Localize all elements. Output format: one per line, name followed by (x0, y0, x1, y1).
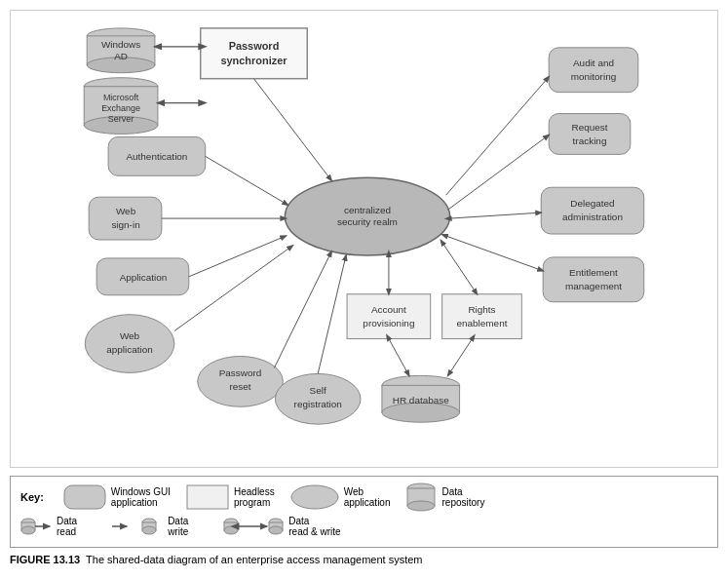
svg-rect-33 (347, 294, 431, 339)
svg-text:reset: reset (229, 381, 250, 392)
svg-text:Application: Application (120, 272, 168, 283)
svg-rect-36 (442, 294, 522, 339)
svg-rect-46 (549, 114, 631, 155)
svg-line-65 (443, 244, 478, 294)
svg-text:Exchange: Exchange (101, 103, 140, 113)
key-label: Key: (20, 491, 44, 503)
svg-text:sign-in: sign-in (111, 219, 139, 230)
svg-rect-22 (96, 258, 189, 295)
svg-text:Web: Web (120, 330, 140, 341)
svg-point-13 (84, 117, 158, 135)
svg-rect-72 (64, 485, 105, 509)
svg-text:Web: Web (116, 206, 136, 216)
svg-line-68 (446, 77, 550, 195)
svg-point-0 (285, 177, 449, 255)
key-item-data-write: Datawrite (112, 516, 188, 537)
key-item-windows-gui: Windows GUIapplication (63, 484, 171, 510)
svg-rect-49 (541, 187, 644, 234)
svg-point-11 (84, 78, 158, 96)
svg-line-71 (446, 236, 544, 271)
key-data-write-label: Datawrite (168, 516, 188, 537)
svg-rect-12 (84, 87, 158, 126)
svg-text:security realm: security realm (337, 216, 398, 227)
svg-rect-73 (187, 485, 228, 509)
svg-text:monitoring: monitoring (571, 71, 616, 82)
key-web-app-label: Webapplication (344, 486, 391, 508)
figure-number: FIGURE 13.13 (10, 554, 80, 565)
svg-line-57 (253, 79, 331, 181)
key-data-readwrite-label: Dataread & write (288, 516, 340, 537)
svg-text:AD: AD (114, 51, 128, 61)
svg-text:Rights: Rights (468, 304, 495, 315)
svg-text:administration: administration (562, 212, 623, 222)
svg-point-85 (142, 526, 156, 534)
diagram: centralized security realm Password sync… (10, 10, 718, 468)
svg-text:Account: Account (371, 304, 406, 315)
svg-text:centralized: centralized (344, 205, 391, 215)
svg-line-63 (318, 255, 346, 373)
svg-text:HR database: HR database (393, 395, 449, 405)
svg-rect-52 (543, 257, 644, 302)
svg-point-92 (269, 526, 283, 534)
svg-line-69 (448, 135, 550, 210)
svg-text:Self: Self (310, 385, 326, 396)
svg-point-41 (382, 403, 460, 422)
svg-text:tracking: tracking (573, 135, 607, 146)
svg-point-74 (291, 485, 338, 509)
svg-line-70 (450, 212, 542, 218)
svg-rect-3 (201, 28, 308, 79)
svg-text:management: management (565, 281, 622, 291)
svg-point-39 (382, 375, 460, 395)
svg-text:Password: Password (219, 367, 262, 378)
svg-line-58 (206, 156, 288, 205)
svg-line-66 (389, 339, 409, 376)
svg-line-67 (448, 339, 473, 376)
svg-point-6 (87, 28, 155, 44)
svg-text:Password: Password (229, 40, 280, 52)
key-windows-gui-label: Windows GUIapplication (111, 486, 171, 508)
key-item-data-read: Dataread (20, 516, 77, 537)
key-item-data-repo: Datarepository (405, 482, 484, 512)
svg-rect-40 (382, 385, 460, 412)
svg-point-77 (407, 501, 435, 511)
key-headless-label: Headlessprogram (234, 486, 275, 508)
svg-text:registration: registration (294, 399, 342, 409)
svg-text:Microsoft: Microsoft (103, 93, 139, 102)
svg-point-27 (198, 356, 284, 406)
svg-text:Entitlement: Entitlement (569, 267, 618, 278)
key-data-repo-label: Datarepository (441, 486, 484, 508)
svg-text:Request: Request (572, 122, 608, 133)
svg-text:enablement: enablement (457, 318, 508, 328)
svg-line-62 (274, 251, 331, 367)
svg-point-88 (224, 526, 238, 534)
key-item-headless: Headlessprogram (186, 484, 275, 510)
key-box: Key: Windows GUIapplication Headlessprog… (10, 476, 718, 548)
svg-point-24 (85, 315, 174, 373)
svg-text:Server: Server (108, 114, 134, 124)
svg-rect-43 (549, 48, 638, 93)
key-item-data-readwrite: Dataread & write (223, 516, 340, 537)
svg-rect-7 (87, 36, 155, 65)
figure-caption: FIGURE 13.13 The shared-data diagram of … (10, 554, 718, 565)
svg-point-8 (87, 58, 155, 73)
key-item-web-app: Webapplication (290, 484, 391, 510)
svg-text:Authentication: Authentication (126, 151, 187, 162)
svg-text:synchronizer: synchronizer (220, 55, 287, 66)
svg-point-80 (21, 526, 35, 534)
svg-text:Windows: Windows (101, 39, 140, 50)
svg-line-61 (174, 246, 292, 331)
svg-rect-17 (108, 136, 206, 175)
figure-caption-text: The shared-data diagram of an enterprise… (86, 554, 422, 565)
svg-text:application: application (106, 344, 153, 355)
svg-text:Audit and: Audit and (573, 58, 614, 68)
svg-text:Delegated: Delegated (570, 198, 614, 209)
key-data-read-label: Dataread (57, 516, 77, 537)
svg-rect-19 (89, 197, 162, 240)
svg-line-60 (189, 236, 287, 277)
svg-text:provisioning: provisioning (363, 318, 414, 328)
svg-point-30 (275, 373, 361, 424)
